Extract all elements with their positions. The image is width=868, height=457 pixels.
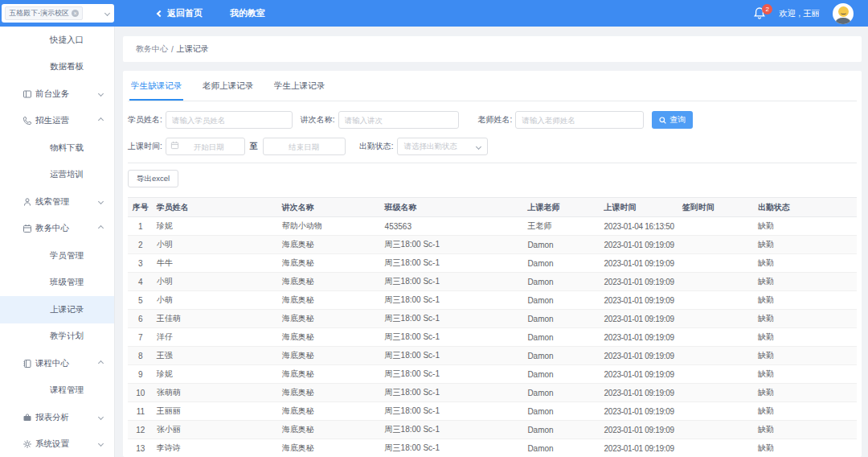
sidebar-item-materials-download[interactable]: 物料下载 bbox=[0, 134, 114, 162]
user-avatar[interactable] bbox=[833, 3, 854, 24]
column-header: 序号 bbox=[128, 198, 154, 217]
sidebar-item-student-management[interactable]: 学员管理 bbox=[0, 242, 114, 270]
export-excel-button[interactable]: 导出excel bbox=[128, 170, 178, 187]
lecture-name-label: 讲次名称: bbox=[301, 114, 335, 126]
table-cell: 2023-01-01 09:19:09 bbox=[601, 310, 679, 328]
my-classroom-link[interactable]: 我的教室 bbox=[230, 7, 265, 19]
sidebar-item-label: 线索管理 bbox=[35, 196, 69, 208]
chevron-down-icon bbox=[98, 91, 104, 97]
sidebar-item-class-records[interactable]: 上课记录 bbox=[0, 296, 114, 323]
table-cell: 周三18:00 Sc-1 bbox=[382, 439, 525, 457]
sidebar-item-course-center[interactable]: 课程中心 bbox=[0, 350, 114, 377]
table-row[interactable]: 4小明海底奥秘周三18:00 Sc-1Damon2023-01-01 09:19… bbox=[128, 273, 857, 291]
sidebar-item-report-analysis[interactable]: 报表分析 bbox=[0, 404, 114, 431]
start-date-picker[interactable] bbox=[166, 138, 245, 155]
tab-bar: 学生缺课记录老师上课记录学生上课记录 bbox=[128, 71, 857, 101]
table-row[interactable]: 12张小丽海底奥秘周三18:00 Sc-1Damon2023-01-01 09:… bbox=[128, 421, 857, 439]
teacher-name-input[interactable] bbox=[515, 111, 644, 129]
column-header: 出勤状态 bbox=[755, 198, 857, 217]
sidebar-item-label: 前台业务 bbox=[35, 89, 69, 100]
table-cell bbox=[679, 347, 755, 365]
table-cell: 2023-01-01 09:19:09 bbox=[601, 347, 679, 365]
student-name-input[interactable] bbox=[166, 111, 293, 129]
sidebar-item-quick-entry[interactable]: 快捷入口 bbox=[0, 27, 114, 54]
table-cell: Damon bbox=[524, 439, 600, 457]
sidebar-item-ops-training[interactable]: 运营培训 bbox=[0, 162, 114, 189]
sidebar-menu: 快捷入口数据看板前台业务招生运营物料下载运营培训线索管理教务中心学员管理班级管理… bbox=[0, 27, 115, 457]
table-cell: 2023-01-01 09:19:09 bbox=[601, 273, 679, 291]
table-header-row: 序号学员姓名讲次名称班级名称上课老师上课时间签到时间出勤状态 bbox=[128, 198, 857, 217]
sidebar-item-enrollment-ops[interactable]: 招生运营 bbox=[0, 108, 114, 135]
table-row[interactable]: 13李诗诗海底奥秘周三18:00 Sc-1Damon2023-01-01 09:… bbox=[128, 439, 857, 457]
avatar-smile-icon bbox=[841, 11, 846, 14]
chevron-down-icon bbox=[476, 143, 481, 149]
table-cell: 周三18:00 Sc-1 bbox=[382, 421, 525, 439]
table-row[interactable]: 8王强海底奥秘周三18:00 Sc-1Damon2023-01-01 09:19… bbox=[128, 347, 857, 365]
top-bar: 五格殿下-演示校区 × 返回首页 我的教室 2 欢迎 , 王丽 bbox=[0, 0, 868, 27]
campus-select[interactable]: 五格殿下-演示校区 × bbox=[2, 4, 114, 23]
sidebar-item-academic-center[interactable]: 教务中心 bbox=[0, 216, 114, 243]
table-cell: 2023-01-01 09:19:09 bbox=[601, 421, 679, 439]
table-cell: 周三18:00 Sc-1 bbox=[382, 402, 525, 421]
table-cell: 2023-01-01 09:19:09 bbox=[601, 328, 679, 347]
sidebar-item-course-management[interactable]: 课程管理 bbox=[0, 377, 114, 405]
table-row[interactable]: 9珍妮海底奥秘周三18:00 Sc-1Damon2023-01-01 09:19… bbox=[128, 365, 857, 384]
table-row[interactable]: 11王丽丽海底奥秘周三18:00 Sc-1Damon2023-01-01 09:… bbox=[128, 402, 857, 421]
table-cell: Damon bbox=[524, 384, 600, 402]
table-header: 序号学员姓名讲次名称班级名称上课老师上课时间签到时间出勤状态 bbox=[128, 198, 857, 217]
back-home-label: 返回首页 bbox=[167, 7, 203, 19]
table-cell: 缺勤 bbox=[755, 217, 857, 236]
back-home-link[interactable]: 返回首页 bbox=[158, 7, 203, 19]
sidebar-item-label: 教学计划 bbox=[50, 331, 84, 342]
tab-teacher-class-records[interactable]: 老师上课记录 bbox=[201, 71, 255, 101]
report-icon bbox=[23, 413, 32, 422]
sidebar-item-label: 快捷入口 bbox=[50, 35, 84, 46]
attendance-status-placeholder: 请选择出勤状态 bbox=[404, 142, 458, 152]
sidebar-item-label: 招生运营 bbox=[35, 115, 69, 126]
table-cell: 李诗诗 bbox=[154, 439, 279, 457]
table-row[interactable]: 2小明海底奥秘周三18:00 Sc-1Damon2023-01-01 09:19… bbox=[128, 236, 857, 254]
sidebar-item-data-board[interactable]: 数据看板 bbox=[0, 54, 114, 81]
end-date-picker[interactable] bbox=[263, 138, 346, 155]
table-row[interactable]: 3牛牛海底奥秘周三18:00 Sc-1Damon2023-01-01 09:19… bbox=[128, 254, 857, 273]
table-cell bbox=[679, 328, 755, 347]
sidebar-item-system-settings[interactable]: 系统设置 bbox=[0, 431, 114, 457]
sidebar-item-front-desk[interactable]: 前台业务 bbox=[0, 80, 114, 108]
table-cell bbox=[679, 365, 755, 384]
table-cell: 小明 bbox=[154, 236, 279, 254]
back-arrow-icon bbox=[157, 10, 163, 16]
table-cell: Damon bbox=[524, 328, 600, 347]
table-cell: 2023-01-04 16:13:50 bbox=[601, 217, 679, 236]
remove-tag-icon[interactable]: × bbox=[72, 10, 79, 17]
sidebar-item-class-management[interactable]: 班级管理 bbox=[0, 270, 114, 297]
table-cell bbox=[679, 217, 755, 236]
table-cell: 10 bbox=[128, 384, 154, 402]
table-row[interactable]: 1珍妮帮助小动物453563王老师2023-01-04 16:13:50缺勤 bbox=[128, 217, 857, 236]
sidebar-item-label: 系统设置 bbox=[35, 438, 69, 450]
table-cell: 5 bbox=[128, 291, 154, 310]
tab-student-absence-records[interactable]: 学生缺课记录 bbox=[129, 71, 183, 101]
table-cell: Damon bbox=[524, 421, 600, 439]
table-cell bbox=[679, 421, 755, 439]
notification-bell-icon[interactable]: 2 bbox=[753, 6, 766, 21]
table-cell: 海底奥秘 bbox=[279, 236, 382, 254]
lecture-name-input[interactable] bbox=[338, 111, 459, 129]
table-row[interactable]: 7洋仔海底奥秘周三18:00 Sc-1Damon2023-01-01 09:19… bbox=[128, 328, 857, 347]
table-row[interactable]: 10张萌萌海底奥秘周三18:00 Sc-1Damon2023-01-01 09:… bbox=[128, 384, 857, 402]
attendance-status-select[interactable]: 请选择出勤状态 bbox=[397, 138, 488, 155]
search-button[interactable]: 查询 bbox=[652, 111, 693, 129]
table-cell: 2023-01-01 09:19:09 bbox=[601, 291, 679, 310]
table-row[interactable]: 5小萌海底奥秘周三18:00 Sc-1Damon2023-01-01 09:19… bbox=[128, 291, 857, 310]
table-cell: Damon bbox=[524, 365, 600, 384]
tab-student-class-records[interactable]: 学生上课记录 bbox=[272, 71, 326, 101]
sidebar-item-leads-management[interactable]: 线索管理 bbox=[0, 188, 114, 216]
chevron-down-icon bbox=[98, 441, 104, 447]
table-cell: 海底奥秘 bbox=[279, 273, 382, 291]
sidebar-item-teaching-plan[interactable]: 教学计划 bbox=[0, 323, 114, 351]
table-row[interactable]: 6王佳萌海底奥秘周三18:00 Sc-1Damon2023-01-01 09:1… bbox=[128, 310, 857, 328]
end-date-input[interactable] bbox=[263, 138, 346, 155]
table-cell: 周三18:00 Sc-1 bbox=[382, 328, 525, 347]
main-panel: 学生缺课记录老师上课记录学生上课记录 学员姓名: 讲次名称: 老师姓名: 查询 … bbox=[123, 71, 862, 457]
sidebar-item-label: 课程管理 bbox=[50, 385, 84, 396]
campus-tag-label: 五格殿下-演示校区 bbox=[9, 8, 69, 19]
